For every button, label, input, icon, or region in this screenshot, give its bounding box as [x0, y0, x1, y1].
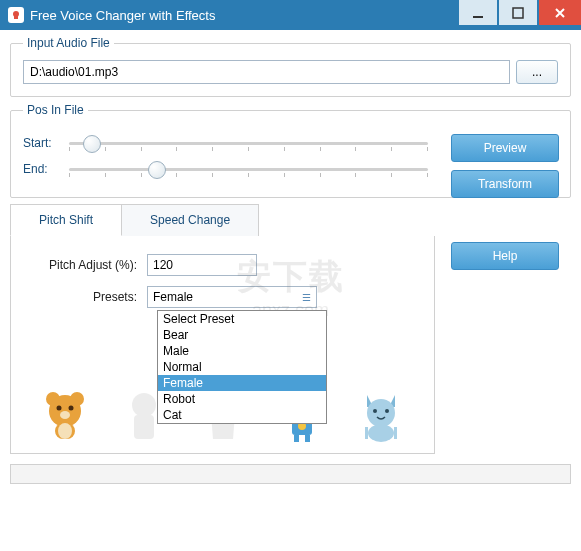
- pitch-adjust-label: Pitch Adjust (%):: [27, 258, 147, 272]
- window-title: Free Voice Changer with Effects: [30, 8, 457, 23]
- preset-option[interactable]: Cat: [158, 407, 326, 423]
- svg-point-9: [60, 411, 70, 419]
- end-label: End:: [23, 162, 69, 176]
- end-slider-thumb[interactable]: [148, 161, 166, 179]
- start-label: Start:: [23, 136, 69, 150]
- bear-icon[interactable]: [41, 389, 89, 443]
- svg-point-8: [68, 406, 73, 411]
- cat-icon[interactable]: [357, 389, 405, 443]
- presets-dropdown[interactable]: Select Preset Bear Male Normal Female Ro…: [157, 310, 327, 424]
- preset-option[interactable]: Robot: [158, 391, 326, 407]
- svg-rect-1: [14, 16, 18, 19]
- svg-rect-13: [134, 415, 154, 439]
- tab-strip: Pitch Shift Speed Change: [10, 204, 435, 236]
- svg-point-12: [132, 393, 156, 417]
- svg-rect-30: [394, 427, 397, 439]
- pitch-tab-panel: Pitch Adjust (%): Presets: Female ☰ Sele…: [10, 236, 435, 454]
- app-icon: [8, 7, 24, 23]
- preset-option[interactable]: Normal: [158, 359, 326, 375]
- titlebar: Free Voice Changer with Effects: [0, 0, 581, 30]
- svg-rect-23: [294, 435, 299, 442]
- presets-value: Female: [153, 290, 193, 304]
- close-button[interactable]: [539, 0, 581, 25]
- svg-point-25: [367, 399, 395, 427]
- pos-legend: Pos In File: [23, 103, 88, 117]
- svg-point-28: [368, 424, 394, 442]
- svg-point-11: [58, 423, 72, 439]
- transform-button[interactable]: Transform: [451, 170, 559, 198]
- svg-rect-3: [513, 8, 523, 18]
- preview-button[interactable]: Preview: [451, 134, 559, 162]
- svg-point-26: [373, 409, 377, 413]
- audio-path-input[interactable]: [23, 60, 510, 84]
- preset-option[interactable]: Select Preset: [158, 311, 326, 327]
- input-audio-legend: Input Audio File: [23, 36, 114, 50]
- status-bar: [10, 464, 571, 484]
- input-audio-fieldset: Input Audio File ...: [10, 36, 571, 97]
- presets-combobox[interactable]: Female ☰: [147, 286, 317, 308]
- presets-label: Presets:: [27, 290, 147, 304]
- tab-speed-change[interactable]: Speed Change: [121, 204, 259, 236]
- end-slider[interactable]: [69, 159, 428, 179]
- preset-option[interactable]: Male: [158, 343, 326, 359]
- svg-rect-24: [305, 435, 310, 442]
- svg-rect-2: [473, 16, 483, 18]
- tab-pitch-shift[interactable]: Pitch Shift: [10, 204, 122, 236]
- preset-option-selected[interactable]: Female: [158, 375, 326, 391]
- start-slider[interactable]: [69, 133, 428, 153]
- browse-button[interactable]: ...: [516, 60, 558, 84]
- svg-point-7: [56, 406, 61, 411]
- svg-rect-29: [365, 427, 368, 439]
- maximize-button[interactable]: [499, 0, 537, 25]
- help-button[interactable]: Help: [451, 242, 559, 270]
- svg-point-27: [385, 409, 389, 413]
- preset-option[interactable]: Bear: [158, 327, 326, 343]
- pitch-adjust-input[interactable]: [147, 254, 257, 276]
- minimize-button[interactable]: [459, 0, 497, 25]
- chevron-down-icon: ☰: [302, 292, 311, 303]
